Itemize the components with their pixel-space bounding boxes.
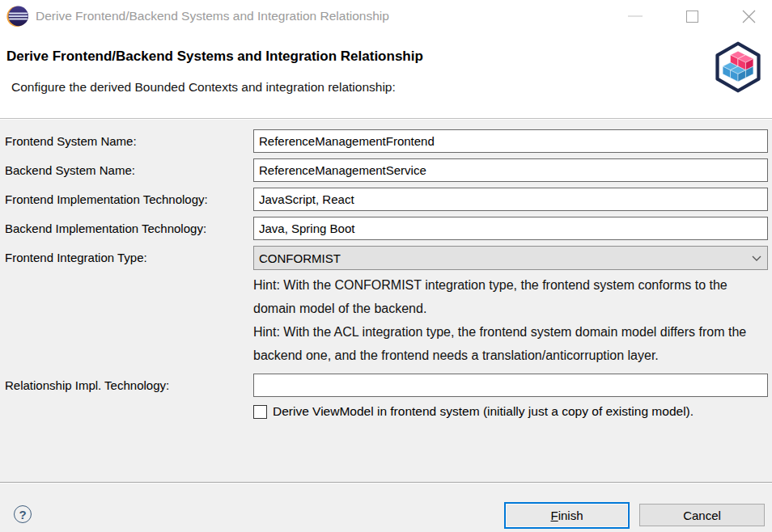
derive-viewmodel-row: Derive ViewModel in frontend system (ini… (253, 403, 694, 420)
frontend-impl-technology-input[interactable] (253, 188, 768, 211)
minimize-icon (628, 15, 643, 17)
window-title: Derive Frontend/Backend Systems and Inte… (36, 0, 389, 32)
question-mark-icon: ? (19, 508, 26, 521)
selected-integration-type: CONFORMIST (254, 251, 746, 265)
maximize-icon (686, 11, 698, 23)
label-relationship-impl-technology: Relationship Impl. Technology: (5, 374, 169, 397)
derive-viewmodel-checkbox[interactable] (253, 405, 267, 419)
minimize-button[interactable] (607, 0, 664, 32)
label-frontend-system-name: Frontend System Name: (5, 129, 137, 153)
hint-acl: Hint: With the ACL integration type, the… (253, 320, 750, 367)
finish-button[interactable]: Finish (504, 502, 630, 529)
label-backend-system-name: Backend System Name: (5, 158, 135, 182)
integration-type-hints: Hint: With the CONFORMIST integration ty… (253, 273, 750, 367)
eclipse-icon (6, 5, 29, 27)
backend-system-name-input[interactable] (253, 158, 768, 182)
hint-conformist: Hint: With the CONFORMIST integration ty… (253, 273, 750, 320)
label-frontend-impl-technology: Frontend Implementation Technology: (5, 188, 208, 211)
close-icon (742, 10, 756, 23)
frontend-system-name-input[interactable] (253, 129, 768, 153)
chevron-down-icon (746, 255, 767, 261)
wizard-header: Derive Frontend/Backend Systems and Inte… (0, 32, 772, 119)
help-button[interactable]: ? (14, 505, 32, 523)
relationship-impl-technology-input[interactable] (253, 374, 768, 397)
page-description: Configure the derived Bounded Contexts a… (11, 80, 396, 95)
cancel-button[interactable]: Cancel (639, 504, 765, 526)
form-area: Frontend System Name: Backend System Nam… (0, 120, 772, 482)
titlebar[interactable]: Derive Frontend/Backend Systems and Inte… (0, 0, 772, 32)
frontend-integration-type-select[interactable]: CONFORMIST (253, 246, 768, 270)
label-backend-impl-technology: Backend Implementation Technology: (5, 217, 206, 240)
button-bar: ? Finish Cancel (0, 482, 772, 532)
close-button[interactable] (720, 0, 772, 32)
wizard-dialog: Derive Frontend/Backend Systems and Inte… (0, 0, 772, 532)
page-title: Derive Frontend/Backend Systems and Inte… (6, 49, 423, 65)
derive-viewmodel-label[interactable]: Derive ViewModel in frontend system (ini… (273, 404, 694, 419)
label-frontend-integration-type: Frontend Integration Type: (5, 246, 147, 270)
context-mapper-logo-icon (710, 40, 766, 95)
backend-impl-technology-input[interactable] (253, 217, 768, 240)
maximize-button[interactable] (664, 0, 720, 32)
